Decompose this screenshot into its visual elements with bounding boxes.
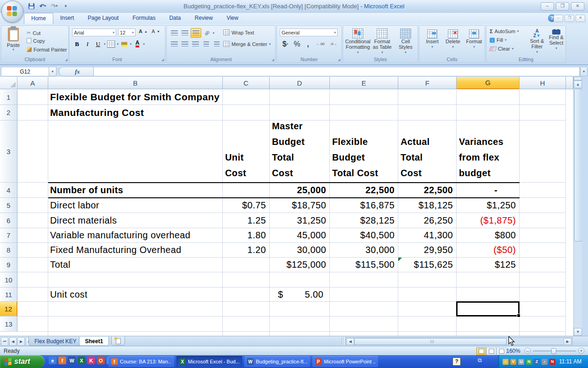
column-header-e[interactable]: E — [330, 77, 398, 89]
cell-B4[interactable]: Number of units — [48, 183, 223, 197]
cell-D8[interactable]: 30,000 — [270, 243, 330, 257]
delete-cells-button[interactable]: ✕ Delete▾ — [441, 29, 464, 51]
align-center-button[interactable] — [180, 40, 190, 48]
bold-button[interactable]: B — [72, 40, 82, 48]
close-button[interactable]: ✕ — [571, 2, 584, 11]
orientation-button[interactable]: ab — [202, 29, 212, 37]
scroll-right-icon[interactable]: ▶ — [564, 338, 571, 345]
copy-button[interactable]: Copy — [25, 37, 46, 45]
tab-page-layout[interactable]: Page Layout — [81, 13, 125, 24]
row-header-4[interactable]: 4 — [0, 183, 17, 198]
wrap-text-button[interactable]: Wrap Text — [222, 29, 255, 36]
zoom-in-icon[interactable]: + — [578, 348, 584, 354]
update-icon[interactable]: U — [518, 359, 524, 365]
zip-icon[interactable]: Z — [534, 359, 540, 365]
row-header-1[interactable]: 1 — [0, 90, 17, 105]
cell-G5[interactable]: $1,250 — [457, 198, 520, 213]
cell-D7[interactable]: 45,000 — [270, 228, 330, 242]
cell-C6[interactable]: 1.25 — [223, 213, 270, 228]
cell-G8[interactable]: ($50) — [457, 243, 520, 257]
excel-icon[interactable]: X — [78, 356, 85, 364]
increase-indent-button[interactable] — [212, 40, 221, 48]
format-cells-button[interactable]: Format▾ — [463, 29, 486, 51]
column-header-h[interactable]: H — [520, 77, 566, 89]
column-header-b[interactable]: B — [48, 77, 223, 89]
cell-D9[interactable]: $125,000 — [270, 258, 330, 272]
column-header-a[interactable]: A — [17, 77, 48, 89]
fill-color-button[interactable] — [119, 40, 129, 48]
fill-button[interactable]: ↓Fill▾ — [488, 37, 508, 43]
cell-styles-button[interactable]: Cell Styles▾ — [393, 28, 418, 56]
row-header-13[interactable]: 13 — [0, 316, 17, 332]
align-right-button[interactable] — [191, 40, 200, 48]
split-handle[interactable] — [574, 77, 582, 80]
conditional-formatting-button[interactable]: Conditional Formatting▾ — [344, 28, 372, 56]
autosum-button[interactable]: ΣAutoSum▾ — [488, 28, 520, 34]
percent-style-button[interactable]: % — [292, 40, 302, 48]
row-header-6[interactable]: 6 — [0, 213, 17, 228]
cell-E5[interactable]: $16,875 — [330, 198, 398, 213]
borders-dropdown-arrow[interactable]: ▾ — [117, 42, 119, 46]
antivirus-shield-icon[interactable]: V — [510, 359, 516, 365]
column-header-f[interactable]: F — [398, 77, 457, 89]
horizontal-scroll-thumb[interactable] — [354, 338, 507, 345]
cell-B6[interactable]: Direct materials — [48, 213, 223, 228]
prev-sheet-icon[interactable]: ◀ — [9, 337, 17, 346]
word-icon[interactable]: W — [68, 356, 76, 364]
minimize-button[interactable]: – — [541, 2, 554, 11]
column-header-g[interactable]: G — [457, 77, 520, 89]
row-header-9[interactable]: 9 — [0, 258, 17, 272]
workbook-close-button[interactable]: ✕ — [576, 15, 585, 22]
next-sheet-icon[interactable]: ▶ — [17, 337, 25, 346]
select-all-corner[interactable] — [0, 77, 17, 89]
customize-qat-icon[interactable]: ▾ — [61, 2, 70, 10]
merge-center-button[interactable]: Merge & Center▾ — [222, 40, 272, 47]
name-box[interactable]: G12 — [1, 67, 49, 76]
font-family-select[interactable]: Arial▾ — [72, 29, 116, 36]
row-header-11[interactable]: 11 — [0, 288, 17, 302]
row-header-3[interactable]: 3 — [0, 121, 17, 183]
cell-B2[interactable]: Manufacturing Cost — [48, 105, 223, 120]
accounting-format-button[interactable]: $▾ — [280, 40, 291, 48]
cell-C5[interactable]: $0.75 — [223, 198, 270, 213]
horizontal-scrollbar[interactable]: ◀ ▶ — [345, 337, 572, 345]
cell-F9[interactable]: $115,625 — [398, 258, 457, 272]
cell-C3[interactable]: Unit Cost — [223, 121, 270, 182]
formula-input[interactable] — [93, 67, 580, 76]
row-header-7[interactable]: 7 — [0, 228, 17, 243]
undo-icon[interactable]: ↶▾ — [38, 2, 47, 10]
cell-E6[interactable]: $28,125 — [330, 213, 398, 228]
cell-F3[interactable]: Actual Total Cost — [398, 121, 457, 182]
redo-icon[interactable]: ↷▾ — [50, 2, 59, 10]
comma-style-button[interactable]: , — [303, 40, 313, 48]
number-format-select[interactable]: General▾ — [280, 29, 338, 36]
cell-G6[interactable]: ($1,875) — [457, 213, 520, 228]
row-header-12[interactable]: 12 — [0, 302, 17, 316]
zoom-slider[interactable]: – + — [525, 348, 584, 354]
page-layout-view-button[interactable] — [486, 347, 496, 355]
sharing-icon[interactable]: ⧉ — [478, 357, 482, 363]
cell-E4[interactable]: 22,500 — [330, 183, 398, 197]
row-header-10[interactable]: 10 — [0, 272, 17, 288]
internet-explorer-icon[interactable]: e — [49, 356, 57, 364]
keys-icon[interactable]: K — [87, 356, 95, 364]
font-size-select[interactable]: 12▾ — [118, 29, 136, 36]
taskbar-window-4[interactable]: PMicrosoft PowerPoint ... — [312, 356, 378, 367]
cut-button[interactable]: ✂Cut — [25, 28, 42, 36]
cell-F5[interactable]: $18,125 — [398, 198, 457, 213]
normal-view-button[interactable] — [476, 347, 486, 355]
cell-G4[interactable]: - — [457, 183, 520, 197]
sheet-tab-flex-budget-key[interactable]: Flex Budget KEY — [28, 337, 82, 346]
insert-cells-button[interactable]: Insert▾ — [421, 29, 443, 51]
cell-D6[interactable]: 31,250 — [270, 213, 330, 228]
tab-data[interactable]: Data — [162, 13, 187, 24]
font-dialog-launcher-icon[interactable]: ◢ — [162, 58, 164, 62]
cell-E9[interactable]: $115,500 — [330, 258, 398, 272]
paste-dropdown-arrow[interactable]: ▾ — [3, 48, 23, 52]
cell-E3[interactable]: Flexible Budget Total Cost — [330, 121, 398, 182]
cell-C8[interactable]: 1.20 — [223, 243, 270, 257]
cell-D11[interactable]: $5.00 — [270, 288, 330, 301]
number-dialog-launcher-icon[interactable]: ◢ — [338, 58, 340, 62]
zoom-level[interactable]: 160% — [506, 348, 520, 354]
cell-B1[interactable]: Flexible Budget for Smith Company — [48, 90, 223, 104]
